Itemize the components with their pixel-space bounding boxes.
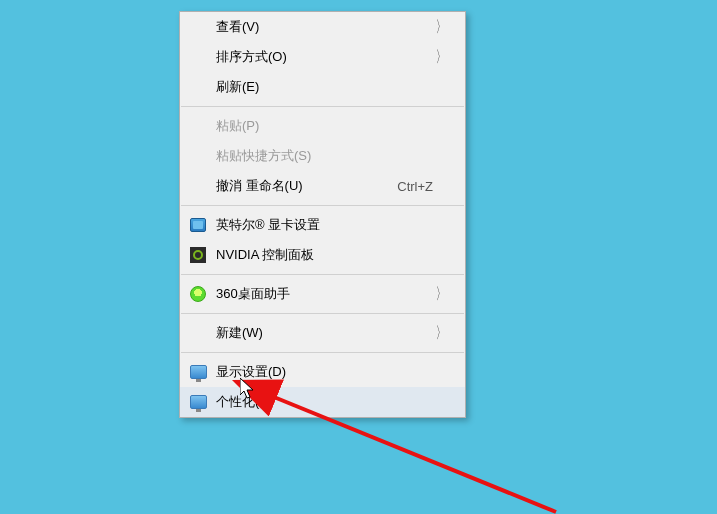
menu-item-nvidia[interactable]: NVIDIA 控制面板 xyxy=(180,240,465,270)
menu-label: 查看(V) xyxy=(216,18,451,36)
chevron-right-icon: 〉 xyxy=(436,49,446,65)
intel-graphics-icon xyxy=(189,216,207,234)
menu-item-undo-rename[interactable]: 撤消 重命名(U) Ctrl+Z xyxy=(180,171,465,201)
menu-separator xyxy=(181,106,464,107)
menu-label: 撤消 重命名(U) xyxy=(216,177,397,195)
menu-label: 排序方式(O) xyxy=(216,48,451,66)
menu-label: NVIDIA 控制面板 xyxy=(216,246,451,264)
menu-label: 个性化(R) xyxy=(216,393,451,411)
menu-item-refresh[interactable]: 刷新(E) xyxy=(180,72,465,102)
chevron-right-icon: 〉 xyxy=(436,286,446,302)
monitor-icon xyxy=(189,363,207,381)
menu-separator xyxy=(181,313,464,314)
menu-label: 英特尔® 显卡设置 xyxy=(216,216,451,234)
personalize-icon xyxy=(189,393,207,411)
nvidia-icon xyxy=(189,246,207,264)
menu-label: 360桌面助手 xyxy=(216,285,451,303)
menu-item-360-assistant[interactable]: 360桌面助手 〉 xyxy=(180,279,465,309)
desktop-context-menu: 查看(V) 〉 排序方式(O) 〉 刷新(E) 粘贴(P) 粘贴快捷方式(S) … xyxy=(179,11,466,418)
menu-label: 粘贴(P) xyxy=(216,117,451,135)
chevron-right-icon: 〉 xyxy=(436,19,446,35)
menu-item-display-settings[interactable]: 显示设置(D) xyxy=(180,357,465,387)
menu-separator xyxy=(181,205,464,206)
menu-item-paste: 粘贴(P) xyxy=(180,111,465,141)
menu-separator xyxy=(181,274,464,275)
chevron-right-icon: 〉 xyxy=(436,325,446,341)
menu-label: 粘贴快捷方式(S) xyxy=(216,147,451,165)
menu-shortcut: Ctrl+Z xyxy=(397,179,451,194)
menu-item-personalize[interactable]: 个性化(R) xyxy=(180,387,465,417)
menu-separator xyxy=(181,352,464,353)
menu-item-paste-shortcut: 粘贴快捷方式(S) xyxy=(180,141,465,171)
menu-item-sort[interactable]: 排序方式(O) 〉 xyxy=(180,42,465,72)
menu-item-new[interactable]: 新建(W) 〉 xyxy=(180,318,465,348)
menu-item-view[interactable]: 查看(V) 〉 xyxy=(180,12,465,42)
menu-label: 新建(W) xyxy=(216,324,451,342)
menu-item-intel-graphics[interactable]: 英特尔® 显卡设置 xyxy=(180,210,465,240)
360-icon xyxy=(189,285,207,303)
menu-label: 显示设置(D) xyxy=(216,363,451,381)
menu-label: 刷新(E) xyxy=(216,78,451,96)
